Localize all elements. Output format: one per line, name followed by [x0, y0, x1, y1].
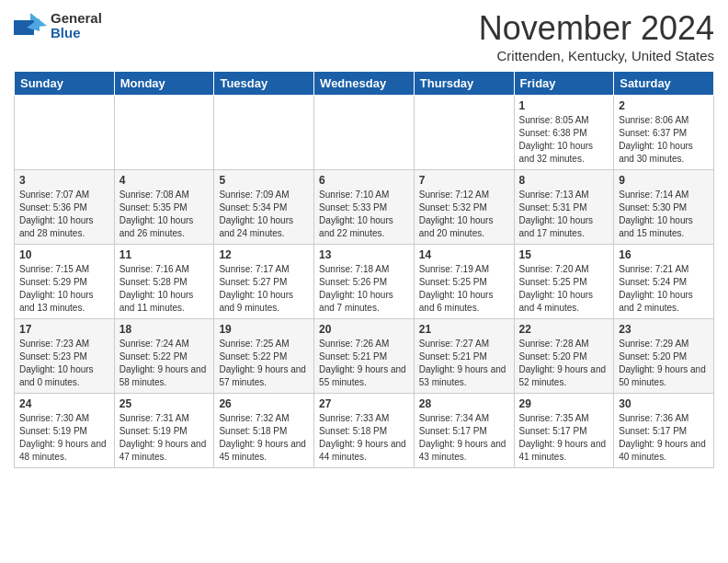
calendar-header-row: Sunday Monday Tuesday Wednesday Thursday… — [15, 72, 714, 96]
day-info-label: Sunset: — [119, 277, 154, 287]
day-number: 16 — [619, 248, 709, 261]
day-number: 7 — [419, 174, 509, 187]
col-friday: Friday — [514, 72, 614, 96]
day-info-label: Sunrise: — [619, 190, 654, 200]
day-info: Sunrise: 7:17 AMSunset: 5:27 PMDaylight:… — [219, 263, 309, 315]
day-info-label: Daylight: — [119, 439, 158, 449]
day-info-label: Sunrise: — [219, 190, 255, 200]
day-info-label: Daylight: — [219, 364, 257, 374]
cell-1-0: 3Sunrise: 7:07 AMSunset: 5:36 PMDaylight… — [15, 170, 115, 245]
day-info-label: Daylight: — [619, 439, 657, 449]
col-tuesday: Tuesday — [214, 72, 314, 96]
cell-0-4 — [414, 96, 514, 170]
day-info: Sunrise: 7:12 AMSunset: 5:32 PMDaylight:… — [419, 189, 509, 240]
day-number: 6 — [319, 174, 409, 187]
day-number: 29 — [519, 397, 609, 410]
cell-1-5: 8Sunrise: 7:13 AMSunset: 5:31 PMDaylight… — [514, 170, 614, 245]
col-saturday: Saturday — [614, 72, 714, 96]
week-row-5: 24Sunrise: 7:30 AMSunset: 5:19 PMDayligh… — [15, 394, 714, 468]
day-info-label: Sunrise: — [219, 264, 255, 274]
day-info-label: Sunrise: — [119, 413, 155, 423]
day-number: 30 — [619, 397, 709, 410]
day-number: 13 — [319, 248, 409, 261]
day-info-label: Sunset: — [619, 277, 653, 287]
cell-4-6: 30Sunrise: 7:36 AMSunset: 5:17 PMDayligh… — [614, 394, 714, 468]
month-title: November 2024 — [479, 9, 714, 48]
calendar-page: General Blue November 2024 Crittenden, K… — [0, 0, 728, 482]
day-number: 11 — [119, 248, 210, 261]
day-info: Sunrise: 7:31 AMSunset: 5:19 PMDaylight:… — [119, 412, 210, 464]
day-info: Sunrise: 7:32 AMSunset: 5:18 PMDaylight:… — [219, 412, 309, 464]
day-info-label: Daylight: — [119, 215, 158, 225]
week-row-2: 3Sunrise: 7:07 AMSunset: 5:36 PMDaylight… — [15, 170, 714, 245]
day-info-label: Daylight: — [619, 364, 657, 374]
day-info-label: Sunset: — [319, 277, 353, 287]
cell-3-3: 20Sunrise: 7:26 AMSunset: 5:21 PMDayligh… — [314, 319, 415, 394]
day-info: Sunrise: 7:09 AMSunset: 5:34 PMDaylight:… — [219, 189, 309, 240]
day-info-label: Sunset: — [219, 277, 253, 287]
col-monday: Monday — [114, 72, 214, 96]
day-info-label: Sunrise: — [119, 264, 155, 274]
day-info-label: Sunset: — [519, 128, 553, 138]
cell-4-1: 25Sunrise: 7:31 AMSunset: 5:19 PMDayligh… — [114, 394, 214, 468]
day-info-label: Sunset: — [319, 351, 353, 362]
cell-4-4: 28Sunrise: 7:34 AMSunset: 5:17 PMDayligh… — [414, 394, 514, 468]
day-info-label: Sunset: — [619, 351, 653, 362]
day-number: 19 — [219, 323, 309, 336]
day-info-label: Daylight: — [19, 215, 58, 225]
logo-blue: Blue — [51, 26, 102, 41]
day-info-label: Daylight: — [619, 141, 657, 151]
day-info-label: Sunset: — [219, 202, 253, 213]
day-number: 27 — [319, 397, 409, 410]
day-number: 20 — [319, 323, 409, 336]
day-info-label: Sunset: — [19, 426, 53, 436]
day-number: 9 — [619, 174, 709, 187]
day-info-label: Daylight: — [319, 439, 358, 449]
day-number: 17 — [19, 323, 109, 336]
day-info: Sunrise: 7:29 AMSunset: 5:20 PMDaylight:… — [619, 338, 709, 389]
day-number: 10 — [19, 248, 109, 261]
day-info-label: Sunrise: — [519, 339, 555, 349]
day-info-label: Sunrise: — [319, 339, 355, 349]
cell-1-2: 5Sunrise: 7:09 AMSunset: 5:34 PMDaylight… — [214, 170, 314, 245]
day-info-label: Sunrise: — [119, 190, 155, 200]
day-number: 8 — [519, 174, 609, 187]
day-info-label: Daylight: — [219, 215, 257, 225]
day-info-label: Sunset: — [319, 426, 353, 436]
cell-2-5: 15Sunrise: 7:20 AMSunset: 5:25 PMDayligh… — [514, 245, 614, 319]
cell-4-2: 26Sunrise: 7:32 AMSunset: 5:18 PMDayligh… — [214, 394, 314, 468]
day-info: Sunrise: 7:28 AMSunset: 5:20 PMDaylight:… — [519, 338, 609, 389]
day-info-label: Daylight: — [519, 364, 558, 374]
day-info-label: Daylight: — [319, 290, 358, 300]
day-info-label: Sunset: — [619, 202, 653, 213]
day-info-label: Sunrise: — [619, 264, 654, 274]
day-info: Sunrise: 7:21 AMSunset: 5:24 PMDaylight:… — [619, 263, 709, 315]
day-info-label: Sunset: — [619, 128, 653, 138]
cell-3-5: 22Sunrise: 7:28 AMSunset: 5:20 PMDayligh… — [514, 319, 614, 394]
day-info-label: Sunset: — [119, 351, 154, 362]
cell-2-2: 12Sunrise: 7:17 AMSunset: 5:27 PMDayligh… — [214, 245, 314, 319]
day-info-label: Sunrise: — [319, 190, 355, 200]
day-info-label: Sunset: — [519, 426, 553, 436]
day-info-label: Sunset: — [119, 202, 154, 213]
day-info: Sunrise: 7:27 AMSunset: 5:21 PMDaylight:… — [419, 338, 509, 389]
day-info-label: Daylight: — [219, 290, 257, 300]
cell-3-2: 19Sunrise: 7:25 AMSunset: 5:22 PMDayligh… — [214, 319, 314, 394]
day-number: 2 — [619, 99, 709, 112]
day-info-label: Sunrise: — [419, 339, 455, 349]
day-info: Sunrise: 7:26 AMSunset: 5:21 PMDaylight:… — [319, 338, 409, 389]
week-row-4: 17Sunrise: 7:23 AMSunset: 5:23 PMDayligh… — [15, 319, 714, 394]
day-info-label: Daylight: — [319, 364, 358, 374]
cell-2-3: 13Sunrise: 7:18 AMSunset: 5:26 PMDayligh… — [314, 245, 415, 319]
title-block: November 2024 Crittenden, Kentucky, Unit… — [479, 9, 714, 63]
day-info: Sunrise: 7:23 AMSunset: 5:23 PMDaylight:… — [19, 338, 109, 389]
col-wednesday: Wednesday — [314, 72, 415, 96]
day-info: Sunrise: 7:14 AMSunset: 5:30 PMDaylight:… — [619, 189, 709, 240]
day-info-label: Daylight: — [19, 290, 58, 300]
day-info-label: Daylight: — [519, 290, 558, 300]
day-info-label: Sunrise: — [119, 339, 155, 349]
day-info-label: Daylight: — [319, 215, 358, 225]
cell-2-0: 10Sunrise: 7:15 AMSunset: 5:29 PMDayligh… — [15, 245, 115, 319]
day-info-label: Daylight: — [419, 439, 458, 449]
day-info-label: Sunrise: — [519, 264, 555, 274]
